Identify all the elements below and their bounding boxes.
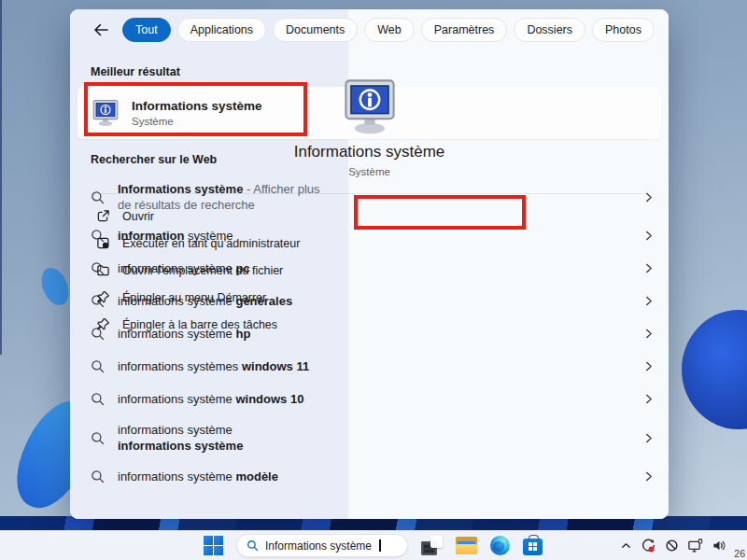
folder-icon bbox=[96, 263, 110, 277]
taskbar: Informations système 26 bbox=[0, 530, 747, 560]
microsoft-store-icon[interactable] bbox=[523, 539, 543, 555]
ethernet-network-icon[interactable] bbox=[687, 539, 703, 553]
action-ouvrir[interactable]: Ouvrir bbox=[70, 203, 669, 230]
action-item-2[interactable]: Ouvrir l’emplacement du fichier bbox=[70, 257, 669, 284]
taskbar-search-input[interactable]: Informations système bbox=[236, 534, 408, 557]
action-label: Épingler au menu Démarrer bbox=[122, 291, 266, 304]
search-input-value: Informations système bbox=[265, 539, 372, 553]
action-item-1[interactable]: Exécuter en tant qu’administrateur bbox=[70, 230, 669, 257]
screen-edge-shade bbox=[0, 0, 2, 355]
volume-icon[interactable] bbox=[712, 539, 726, 553]
system-information-icon-large bbox=[340, 78, 400, 134]
action-label: Ouvrir bbox=[122, 210, 154, 223]
blocked-status-icon[interactable] bbox=[665, 539, 679, 553]
tab-paramètres[interactable]: Paramètres bbox=[421, 18, 508, 42]
tray-chevron-up-icon[interactable] bbox=[620, 539, 632, 552]
detail-subtitle: Système bbox=[70, 166, 669, 177]
taskbar-clock-partial[interactable]: 26 bbox=[734, 548, 745, 559]
action-label: Épingler à la barre des tâches bbox=[122, 318, 277, 331]
record-refresh-icon[interactable] bbox=[641, 538, 656, 553]
action-list: OuvrirExécuter en tant qu’administrateur… bbox=[70, 203, 669, 338]
action-label: Exécuter en tant qu’administrateur bbox=[122, 237, 300, 250]
search-icon bbox=[247, 539, 259, 552]
back-icon[interactable] bbox=[92, 21, 109, 38]
text-caret bbox=[379, 539, 381, 552]
action-label: Ouvrir l’emplacement du fichier bbox=[122, 264, 283, 277]
detail-divider bbox=[92, 193, 646, 194]
app-window-icon[interactable] bbox=[421, 536, 443, 555]
tab-photos[interactable]: Photos bbox=[592, 18, 655, 42]
tab-web[interactable]: Web bbox=[364, 18, 414, 42]
detail-title: Informations système bbox=[70, 143, 669, 161]
detail-pane: Informations système Système OuvrirExécu… bbox=[70, 50, 669, 519]
system-tray bbox=[620, 531, 726, 560]
tab-dossiers[interactable]: Dossiers bbox=[514, 18, 585, 42]
tab-documents[interactable]: Documents bbox=[273, 18, 358, 42]
action-item-3[interactable]: Épingler au menu Démarrer bbox=[70, 284, 669, 311]
edge-browser-icon[interactable] bbox=[490, 536, 510, 555]
wallpaper-bloom-petal bbox=[682, 310, 747, 429]
open-external-icon bbox=[96, 209, 110, 223]
pin-icon bbox=[96, 317, 110, 331]
file-explorer-icon[interactable] bbox=[456, 537, 477, 554]
tab-tout[interactable]: Tout bbox=[122, 18, 171, 42]
action-item-4[interactable]: Épingler à la barre des tâches bbox=[70, 311, 669, 338]
pin-icon bbox=[96, 290, 110, 304]
wallpaper-bloom-petal bbox=[36, 264, 74, 310]
windows-start-icon[interactable] bbox=[204, 536, 223, 555]
search-flyout-panel: ToutApplicationsDocumentsWebParamètresDo… bbox=[70, 9, 669, 519]
tab-applications[interactable]: Applications bbox=[177, 18, 266, 42]
search-filter-bar: ToutApplicationsDocumentsWebParamètresDo… bbox=[70, 9, 669, 50]
taskbar-center-icons: Informations système bbox=[204, 531, 543, 560]
filter-tabs: ToutApplicationsDocumentsWebParamètresDo… bbox=[122, 18, 661, 42]
run-as-admin-icon bbox=[96, 236, 110, 250]
